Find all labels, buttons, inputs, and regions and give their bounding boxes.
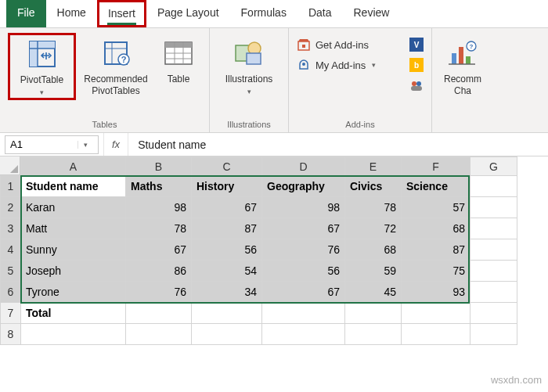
cell[interactable] bbox=[470, 197, 517, 218]
cell[interactable] bbox=[470, 239, 517, 261]
tab-formulas[interactable]: Formulas bbox=[230, 0, 297, 27]
visio-icon[interactable]: V bbox=[409, 38, 424, 52]
cell[interactable] bbox=[192, 303, 262, 324]
col-header[interactable]: D bbox=[262, 157, 345, 176]
row-header[interactable]: 8 bbox=[1, 324, 21, 345]
cell[interactable]: 57 bbox=[402, 197, 470, 218]
cell[interactable]: 45 bbox=[345, 282, 402, 303]
cell[interactable]: 67 bbox=[262, 282, 345, 303]
cell[interactable]: Student name bbox=[21, 176, 126, 197]
cell[interactable]: 76 bbox=[126, 282, 192, 303]
cell[interactable] bbox=[470, 282, 517, 303]
cell[interactable]: 68 bbox=[345, 239, 402, 261]
cell[interactable]: 59 bbox=[345, 261, 402, 282]
svg-rect-31 bbox=[466, 56, 470, 64]
row-header[interactable]: 7 bbox=[1, 303, 21, 324]
get-addins-button[interactable]: Get Add-ins bbox=[297, 38, 398, 52]
pivottable-label: PivotTable bbox=[20, 74, 63, 86]
formula-input[interactable]: Student name bbox=[128, 133, 548, 156]
pivottable-button[interactable]: PivotTable ▾ bbox=[8, 33, 76, 100]
cell[interactable]: 98 bbox=[262, 197, 345, 218]
name-box-input[interactable] bbox=[5, 137, 78, 152]
cell[interactable] bbox=[470, 218, 517, 239]
cell[interactable]: 93 bbox=[402, 282, 470, 303]
tab-data[interactable]: Data bbox=[297, 0, 343, 27]
cell[interactable] bbox=[126, 303, 192, 324]
select-all-button[interactable] bbox=[0, 156, 20, 175]
cell[interactable]: 68 bbox=[402, 218, 470, 239]
cell[interactable] bbox=[345, 324, 402, 345]
cell[interactable]: Karan bbox=[21, 197, 126, 218]
cell[interactable]: Tyrone bbox=[21, 282, 126, 303]
chevron-down-icon[interactable]: ▾ bbox=[78, 141, 93, 149]
recommended-pivot-button[interactable]: ? Recommended PivotTables bbox=[81, 33, 151, 100]
illustrations-button[interactable]: Illustrations ▾ bbox=[218, 33, 280, 99]
cell[interactable]: 86 bbox=[126, 261, 192, 282]
cell[interactable]: Matt bbox=[21, 218, 126, 239]
cell[interactable]: Sunny bbox=[21, 239, 126, 261]
tab-file[interactable]: File bbox=[6, 0, 46, 27]
col-header[interactable]: E bbox=[345, 157, 402, 176]
cell[interactable] bbox=[402, 324, 470, 345]
recommended-charts-label: Recomm Cha bbox=[444, 74, 481, 97]
cell[interactable]: 54 bbox=[192, 261, 262, 282]
cell[interactable] bbox=[262, 303, 345, 324]
svg-rect-30 bbox=[459, 47, 463, 64]
cell[interactable] bbox=[345, 303, 402, 324]
tab-page-layout[interactable]: Page Layout bbox=[146, 0, 230, 27]
cell[interactable]: 76 bbox=[262, 239, 345, 261]
cell[interactable]: Science bbox=[402, 176, 470, 197]
cell[interactable]: 34 bbox=[192, 282, 262, 303]
group-addins: Get Add-ins My Add-ins ▾ V b Add-ins bbox=[289, 28, 432, 132]
cell[interactable]: Maths bbox=[126, 176, 192, 197]
cell[interactable] bbox=[402, 303, 470, 324]
cell[interactable]: 72 bbox=[345, 218, 402, 239]
col-header[interactable]: A bbox=[21, 157, 126, 176]
people-icon[interactable] bbox=[409, 78, 424, 92]
cell[interactable]: 78 bbox=[126, 218, 192, 239]
tab-home[interactable]: Home bbox=[46, 0, 97, 27]
col-header[interactable]: B bbox=[126, 157, 192, 176]
cell[interactable] bbox=[470, 324, 517, 345]
cell[interactable]: History bbox=[192, 176, 262, 197]
name-box[interactable]: ▾ bbox=[5, 135, 99, 154]
cell[interactable]: 67 bbox=[126, 239, 192, 261]
cell[interactable] bbox=[21, 324, 126, 345]
col-header[interactable]: C bbox=[192, 157, 262, 176]
col-header[interactable]: F bbox=[402, 157, 470, 176]
row-header[interactable]: 1 bbox=[1, 176, 21, 197]
row-header[interactable]: 4 bbox=[1, 239, 21, 261]
my-addins-button[interactable]: My Add-ins ▾ bbox=[297, 58, 398, 72]
cell[interactable] bbox=[470, 303, 517, 324]
cell[interactable]: 56 bbox=[192, 239, 262, 261]
cell[interactable]: Total bbox=[21, 303, 126, 324]
row-header[interactable]: 3 bbox=[1, 218, 21, 239]
cell[interactable]: 98 bbox=[126, 197, 192, 218]
col-header[interactable]: G bbox=[470, 157, 517, 176]
row-header[interactable]: 6 bbox=[1, 282, 21, 303]
group-tables: PivotTable ▾ ? Recommended PivotTables bbox=[0, 28, 210, 132]
cell[interactable]: 75 bbox=[402, 261, 470, 282]
cell[interactable]: 78 bbox=[345, 197, 402, 218]
bing-icon[interactable]: b bbox=[409, 58, 424, 72]
cell[interactable] bbox=[126, 324, 192, 345]
cell[interactable] bbox=[470, 176, 517, 197]
cell[interactable] bbox=[192, 324, 262, 345]
cell[interactable] bbox=[262, 324, 345, 345]
cell[interactable]: 87 bbox=[192, 218, 262, 239]
row-header[interactable]: 5 bbox=[1, 261, 21, 282]
tab-review[interactable]: Review bbox=[343, 0, 401, 27]
cell[interactable]: 67 bbox=[192, 197, 262, 218]
cell[interactable]: 87 bbox=[402, 239, 470, 261]
cell[interactable]: Geography bbox=[262, 176, 345, 197]
recommended-charts-button[interactable]: ? Recomm Cha bbox=[440, 33, 485, 100]
row-header[interactable]: 2 bbox=[1, 197, 21, 218]
cell[interactable]: 56 bbox=[262, 261, 345, 282]
table-button[interactable]: Table bbox=[156, 33, 201, 88]
cell[interactable]: Joseph bbox=[21, 261, 126, 282]
tab-insert[interactable]: Insert bbox=[97, 0, 146, 27]
fx-icon[interactable]: fx bbox=[112, 138, 120, 150]
cell[interactable]: Civics bbox=[345, 176, 402, 197]
cell[interactable] bbox=[470, 261, 517, 282]
cell[interactable]: 67 bbox=[262, 218, 345, 239]
